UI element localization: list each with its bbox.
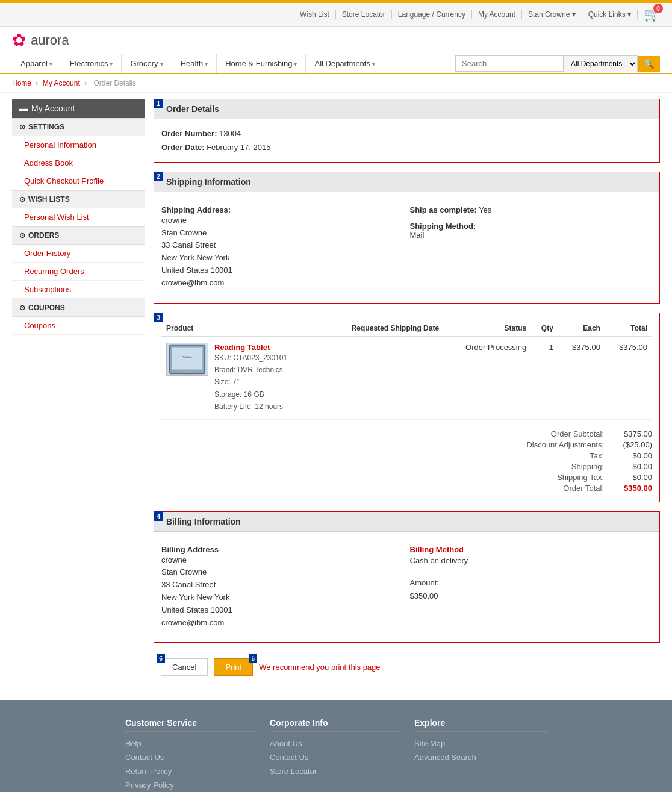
search-dept-select[interactable]: All Departments bbox=[564, 55, 638, 72]
top-bar-storelocator[interactable]: Store Locator bbox=[336, 10, 392, 19]
sidebar-section-coupons[interactable]: ⊙ COUPONS bbox=[12, 299, 145, 317]
sidebar-item-personal-info[interactable]: Personal Information bbox=[12, 136, 145, 154]
th-qty: Qty bbox=[531, 320, 558, 337]
footer-link-privacy[interactable]: Privacy Policy bbox=[125, 781, 258, 790]
cart-icon[interactable]: 🛒 0 bbox=[644, 7, 660, 22]
nav-all-departments[interactable]: All Departments▾ bbox=[306, 54, 384, 73]
footer-link-return[interactable]: Return Policy bbox=[125, 767, 258, 776]
breadcrumb-current: Order Details bbox=[93, 79, 136, 87]
order-section-2: 2 Shipping Information Shipping Address:… bbox=[154, 172, 660, 304]
btn-num-6: 6 bbox=[157, 654, 165, 663]
billing-address: Billing Address crowne Stan Crowne 33 Ca… bbox=[161, 545, 404, 629]
ship-complete: Ship as complete: Yes Shipping Method: M… bbox=[410, 205, 653, 290]
sidebar-item-recurring-orders[interactable]: Recurring Orders bbox=[12, 263, 145, 281]
sidebar-item-address-book[interactable]: Address Book bbox=[12, 154, 145, 172]
order-info: Order Number: 13004 Order Date: February… bbox=[161, 126, 652, 155]
breadcrumb-home[interactable]: Home bbox=[12, 79, 31, 87]
product-cell-inner: Tablet Reading Tablet SKU: CTA023_230101… bbox=[166, 343, 319, 413]
nav-electronics[interactable]: Electronics▾ bbox=[61, 54, 122, 73]
top-bar-user[interactable]: Stan Crowne ▾ bbox=[522, 10, 582, 19]
sidebar: ▬ My Account ⊙ SETTINGS Personal Informa… bbox=[12, 99, 145, 682]
table-row: Tablet Reading Tablet SKU: CTA023_230101… bbox=[161, 336, 652, 419]
section4-header: Billing Information bbox=[154, 512, 659, 532]
th-total: Total bbox=[605, 320, 652, 337]
product-qty: 1 bbox=[531, 336, 558, 419]
footer-link-sitemap[interactable]: Site Map bbox=[414, 739, 547, 748]
footer-col-title-explore: Explore bbox=[414, 718, 547, 732]
top-bar-wishlist[interactable]: Wish List bbox=[294, 10, 336, 19]
svg-rect-2 bbox=[183, 370, 191, 372]
order-section-1: 1 Order Details Order Number: 13004 Orde… bbox=[154, 99, 660, 163]
products-table: Product Requested Shipping Date Status Q… bbox=[161, 320, 652, 420]
sidebar-item-quick-checkout[interactable]: Quick Checkout Profile bbox=[12, 172, 145, 190]
section-num-3: 3 bbox=[154, 313, 163, 322]
footer-link-contact1[interactable]: Contact Us bbox=[125, 753, 258, 762]
cancel-button[interactable]: 6 Cancel bbox=[161, 658, 208, 676]
footer-link-about[interactable]: About Us bbox=[270, 739, 402, 748]
product-total: $375.00 bbox=[605, 336, 652, 419]
discount-row: Discount Adjustments: ($25.00) bbox=[161, 440, 652, 449]
chevron-icon: ⊙ bbox=[19, 195, 25, 204]
breadcrumb-sep2: › bbox=[84, 79, 89, 87]
product-name[interactable]: Reading Tablet bbox=[214, 343, 287, 352]
nav-apparel[interactable]: Apparel▾ bbox=[12, 54, 61, 73]
section2-header: Shipping Information bbox=[154, 172, 659, 192]
section4-body: Billing Address crowne Stan Crowne 33 Ca… bbox=[154, 532, 659, 643]
shipping-address: Shipping Address: crowne Stan Crowne 33 … bbox=[161, 205, 404, 290]
footer-link-storelocator[interactable]: Store Locator bbox=[270, 767, 402, 776]
footer-link-help[interactable]: Help bbox=[125, 739, 258, 748]
btn-num-5: 5 bbox=[249, 654, 257, 663]
tablet-svg: Tablet bbox=[167, 343, 208, 376]
sidebar-item-order-history[interactable]: Order History bbox=[12, 245, 145, 263]
nav-grocery[interactable]: Grocery▾ bbox=[122, 54, 172, 73]
nav-home-furnishing[interactable]: Home & Furnishing▾ bbox=[217, 54, 306, 73]
product-each: $375.00 bbox=[558, 336, 605, 419]
chevron-down-icon: ▾ bbox=[294, 61, 297, 67]
shipping-tax-row: Shipping Tax: $0.00 bbox=[161, 473, 652, 482]
shipping-cost-row: Shipping: $0.00 bbox=[161, 462, 652, 471]
chevron-icon: ⊙ bbox=[19, 304, 25, 312]
tax-row: Tax: $0.00 bbox=[161, 451, 652, 460]
section1-body: Order Number: 13004 Order Date: February… bbox=[154, 119, 659, 162]
chevron-down-icon: ▾ bbox=[205, 61, 208, 67]
minus-icon: ▬ bbox=[19, 104, 28, 113]
totals-section: Order Subtotal: $375.00 Discount Adjustm… bbox=[161, 423, 652, 493]
top-bar-language[interactable]: Language / Currency bbox=[392, 10, 472, 19]
product-details: SKU: CTA023_230101 Brand: DVR Technics S… bbox=[214, 352, 287, 413]
order-number-line: Order Number: 13004 bbox=[161, 126, 652, 140]
search-input[interactable] bbox=[455, 55, 564, 72]
th-ship-date: Requested Shipping Date bbox=[323, 320, 444, 337]
top-bar-quicklinks[interactable]: Quick Links ▾ bbox=[582, 10, 638, 19]
breadcrumb-account[interactable]: My Account bbox=[43, 79, 80, 87]
top-bar-links: Wish List Store Locator Language / Curre… bbox=[294, 7, 660, 22]
section2-body: Shipping Address: crowne Stan Crowne 33 … bbox=[154, 192, 659, 303]
product-image: Tablet bbox=[166, 343, 208, 376]
section-num-2: 2 bbox=[154, 172, 163, 181]
nav-bar: Apparel▾ Electronics▾ Grocery▾ Health▾ H… bbox=[0, 54, 672, 74]
top-bar: Wish List Store Locator Language / Curre… bbox=[0, 3, 672, 27]
sidebar-section-settings[interactable]: ⊙ SETTINGS bbox=[12, 118, 145, 136]
footer-link-advanced-search[interactable]: Advanced Search bbox=[414, 753, 547, 762]
header: ✿ aurora bbox=[0, 27, 672, 54]
print-button[interactable]: Print 5 bbox=[214, 658, 253, 676]
top-bar-myaccount[interactable]: My Account bbox=[472, 10, 522, 19]
nav-health[interactable]: Health▾ bbox=[172, 54, 217, 73]
product-cell: Tablet Reading Tablet SKU: CTA023_230101… bbox=[161, 336, 323, 419]
sidebar-title: ▬ My Account bbox=[12, 99, 145, 118]
billing-grid: Billing Address crowne Stan Crowne 33 Ca… bbox=[161, 539, 652, 635]
sidebar-section-orders[interactable]: ⊙ ORDERS bbox=[12, 226, 145, 245]
search-button[interactable]: 🔍 bbox=[638, 56, 660, 72]
footer-col-title-customer: Customer Service bbox=[125, 718, 258, 732]
sidebar-item-personal-wishlist[interactable]: Personal Wish List bbox=[12, 208, 145, 226]
sidebar-item-coupons[interactable]: Coupons bbox=[12, 317, 145, 335]
sidebar-item-subscriptions[interactable]: Subscriptions bbox=[12, 281, 145, 299]
footer-link-contact2[interactable]: Contact Us bbox=[270, 753, 402, 762]
product-info: Reading Tablet SKU: CTA023_230101 Brand:… bbox=[214, 343, 287, 413]
order-section-3: 3 Product Requested Shipping Date Status… bbox=[154, 313, 660, 502]
logo[interactable]: ✿ aurora bbox=[12, 30, 69, 50]
section1-header: Order Details bbox=[154, 99, 659, 119]
sidebar-section-wishlists[interactable]: ⊙ WISH LISTS bbox=[12, 190, 145, 208]
logo-text: aurora bbox=[31, 33, 69, 48]
footer-col-corporate: Corporate Info About Us Contact Us Store… bbox=[270, 718, 402, 792]
subtotal-row: Order Subtotal: $375.00 bbox=[161, 429, 652, 438]
